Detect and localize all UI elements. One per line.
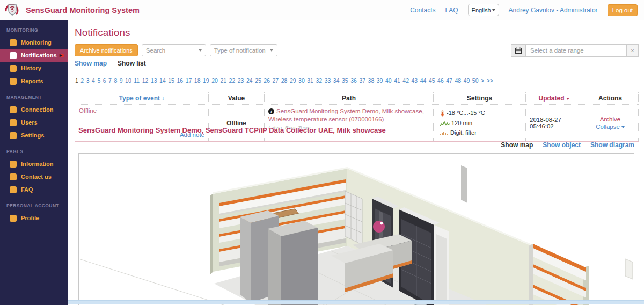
table-header-row: Type of event ↕ Value Path Settings Upda… — [75, 92, 639, 105]
contacts-link[interactable]: Contacts — [410, 6, 435, 14]
sidebar-item[interactable]: Information ► — [0, 157, 68, 170]
logout-button[interactable]: Log out — [608, 4, 638, 16]
sidebar-item[interactable]: Contact us ► — [0, 170, 68, 183]
page-link[interactable]: 1 — [75, 77, 79, 84]
page-link[interactable]: 39 — [376, 77, 384, 84]
page-link[interactable]: 16 — [176, 77, 184, 84]
object-show-map-label[interactable]: Show map — [501, 141, 533, 149]
page-link[interactable]: 31 — [306, 77, 314, 84]
sidebar-item[interactable]: History ► — [0, 62, 68, 75]
page-link[interactable]: 18 — [194, 77, 201, 84]
page-link[interactable]: 42 — [402, 77, 409, 84]
page-link[interactable]: 30 — [298, 77, 305, 84]
page-link[interactable]: 2 — [80, 77, 84, 84]
page-link[interactable]: 13 — [150, 77, 158, 84]
page-link[interactable]: 6 — [103, 77, 107, 84]
page-link[interactable]: 41 — [393, 77, 401, 84]
page-link[interactable]: 14 — [159, 77, 166, 84]
page-link[interactable]: 34 — [333, 77, 340, 84]
object-show-diagram-link[interactable]: Show diagram — [590, 141, 634, 149]
sensor-marker[interactable] — [373, 221, 385, 233]
page-link[interactable]: 9 — [119, 77, 123, 84]
page-link[interactable]: 45 — [428, 77, 436, 84]
page-link[interactable]: 38 — [368, 77, 375, 84]
sidebar-item[interactable]: FAQ ► — [0, 183, 68, 196]
sidebar-item-label: Users — [21, 119, 38, 126]
language-select[interactable]: English — [468, 4, 499, 16]
column-type-of-event[interactable]: Type of event ↕ — [75, 92, 209, 104]
object-show-object-link[interactable]: Show object — [543, 141, 581, 149]
clear-date-button[interactable]: × — [627, 44, 639, 57]
column-updated[interactable]: Updated — [526, 92, 582, 104]
page-link[interactable]: 17 — [185, 77, 193, 84]
menu-square-icon — [10, 215, 17, 222]
sidebar-item[interactable]: Profile ► — [0, 212, 68, 224]
page-link[interactable]: 26 — [263, 77, 270, 84]
faq-link[interactable]: FAQ — [445, 6, 458, 14]
page-link[interactable]: 22 — [229, 77, 236, 84]
page-link[interactable]: 43 — [411, 77, 419, 84]
digit-filter-setting: Digit. filter — [440, 129, 477, 137]
collapse-row-link[interactable]: Collapse — [596, 124, 625, 130]
archive-notifications-button[interactable]: Archive notifications — [75, 44, 138, 56]
page-link[interactable]: 23 — [237, 77, 245, 84]
store-room-illustration — [79, 154, 634, 305]
sidebar-section-title: PERSONAL ACCOUNT — [0, 196, 68, 212]
page-link[interactable]: 44 — [420, 77, 427, 84]
page-link[interactable]: 7 — [108, 77, 112, 84]
page-link[interactable]: 27 — [272, 77, 280, 84]
event-type-link[interactable]: Offline — [79, 107, 204, 114]
notification-type-select[interactable]: Type of notification — [210, 44, 277, 56]
page-link[interactable]: 8 — [113, 77, 118, 84]
path-links[interactable]: iSensGuard Monitoring System Demo, Milk … — [268, 107, 429, 124]
sidebar-item[interactable]: Reports ► — [0, 75, 68, 88]
page-link[interactable]: >> — [486, 77, 494, 84]
sidebar-item[interactable]: Monitoring ► — [0, 36, 68, 49]
sidebar-item[interactable]: Connection ► — [0, 103, 68, 116]
sidebar-item[interactable]: Users ► — [0, 116, 68, 129]
user-account-link[interactable]: Andrey Gavrilov - Administrator — [509, 6, 598, 14]
page-link[interactable]: 32 — [315, 77, 323, 84]
sidebar-item[interactable]: Settings ► — [0, 129, 68, 142]
page-link[interactable]: 19 — [202, 77, 210, 84]
app-title: SensGuard Monitoring System — [26, 6, 140, 14]
page-link[interactable]: 24 — [246, 77, 253, 84]
show-map-link[interactable]: Show map — [75, 60, 107, 67]
show-list-label[interactable]: Show list — [118, 60, 146, 67]
page-link[interactable]: 15 — [167, 77, 175, 84]
page-link[interactable]: 28 — [281, 77, 288, 84]
page-link[interactable]: 4 — [91, 77, 96, 84]
page-link[interactable]: 37 — [358, 77, 366, 84]
page-link[interactable]: 11 — [133, 77, 140, 84]
page-link[interactable]: 50 — [472, 77, 479, 84]
notifications-table: Type of event ↕ Value Path Settings Upda… — [75, 92, 639, 142]
page-link[interactable]: 3 — [86, 77, 90, 84]
page-link[interactable]: > — [480, 77, 485, 84]
page-link[interactable]: 29 — [289, 77, 297, 84]
archive-row-link[interactable]: Archive — [600, 116, 620, 122]
page-link[interactable]: 48 — [454, 77, 462, 84]
search-select[interactable]: Search — [142, 44, 206, 56]
store-3d-view[interactable] — [78, 153, 634, 305]
page-link[interactable]: 10 — [125, 77, 132, 84]
info-icon[interactable]: i — [268, 108, 274, 114]
page-link[interactable]: 40 — [385, 77, 392, 84]
page-link[interactable]: 12 — [142, 77, 149, 84]
page-link[interactable]: 36 — [350, 77, 357, 84]
page-link[interactable]: 35 — [341, 77, 349, 84]
language-selected-value: English — [472, 7, 491, 13]
page-link[interactable]: 25 — [254, 77, 262, 84]
page-link[interactable]: 5 — [97, 77, 101, 84]
calendar-icon — [515, 47, 522, 54]
chevron-down-icon — [492, 9, 495, 11]
date-range-input[interactable]: Select a date range — [525, 44, 627, 57]
page-link[interactable]: 33 — [324, 77, 332, 84]
sidebar-item[interactable]: Notifications ► — [0, 49, 68, 62]
page-link[interactable]: 46 — [437, 77, 444, 84]
page-link[interactable]: 21 — [219, 77, 227, 84]
horizontal-scrollbar[interactable] — [68, 300, 644, 304]
page-link[interactable]: 49 — [463, 77, 471, 84]
page-link[interactable]: 20 — [211, 77, 218, 84]
calendar-button[interactable] — [511, 44, 525, 57]
page-link[interactable]: 47 — [445, 77, 453, 84]
